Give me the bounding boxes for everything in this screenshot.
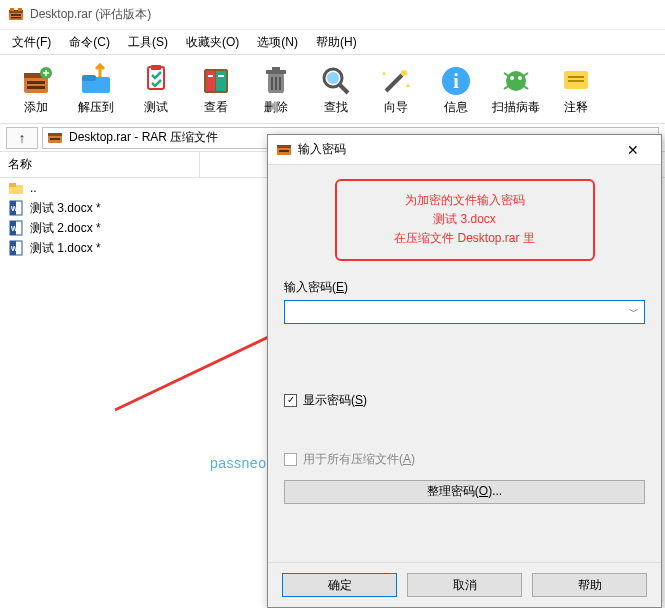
checkbox-icon: ✓ [284, 394, 297, 407]
menu-tools[interactable]: 工具(S) [120, 32, 176, 53]
svg-rect-47 [9, 183, 16, 187]
docx-icon: W [8, 220, 24, 236]
dialog-footer: 确定 取消 帮助 [268, 562, 661, 607]
svg-rect-59 [277, 145, 291, 148]
svg-point-35 [518, 76, 522, 80]
delete-icon [258, 63, 294, 99]
file-name: .. [30, 181, 37, 195]
svg-line-28 [340, 85, 348, 93]
comment-icon [558, 63, 594, 99]
close-button[interactable]: ✕ [613, 136, 653, 164]
password-input[interactable] [289, 304, 622, 320]
svg-rect-9 [27, 86, 45, 89]
test-icon [138, 63, 174, 99]
menu-file[interactable]: 文件(F) [4, 32, 59, 53]
scan-icon [498, 63, 534, 99]
up-arrow-icon: ↑ [19, 130, 26, 146]
svg-text:W: W [11, 245, 18, 252]
password-label: 输入密码(E) [284, 279, 645, 296]
menubar: 文件(F) 命令(C) 工具(S) 收藏夹(O) 选项(N) 帮助(H) [0, 30, 665, 54]
toolbar: 添加 解压到 测试 查看 删除 查找 向导 [0, 54, 665, 124]
password-dialog: 输入密码 ✕ 为加密的文件输入密码 测试 3.docx 在压缩文件 Deskto… [267, 134, 662, 608]
svg-rect-14 [151, 65, 161, 70]
svg-text:W: W [11, 205, 18, 212]
ok-button[interactable]: 确定 [282, 573, 397, 597]
extract-button[interactable]: 解压到 [66, 61, 126, 118]
path-text: Desktop.rar - RAR 压缩文件 [69, 129, 218, 146]
archive-icon [47, 130, 63, 146]
svg-rect-24 [275, 77, 277, 90]
docx-icon: W [8, 240, 24, 256]
checkbox-label: 用于所有压缩文件(A) [303, 451, 415, 468]
dialog-body: 为加密的文件输入密码 测试 3.docx 在压缩文件 Desktop.rar 里… [268, 165, 661, 562]
svg-line-29 [386, 75, 402, 91]
cancel-button[interactable]: 取消 [407, 573, 522, 597]
checkbox-icon [284, 453, 297, 466]
svg-rect-12 [82, 75, 96, 81]
svg-point-33 [506, 71, 526, 91]
svg-rect-60 [279, 150, 289, 152]
svg-rect-3 [11, 17, 21, 19]
menu-help[interactable]: 帮助(H) [308, 32, 365, 53]
svg-text:W: W [11, 225, 18, 232]
winrar-icon [8, 7, 24, 23]
svg-rect-8 [27, 81, 45, 84]
button-label: 整理密码(O)... [427, 483, 502, 500]
menu-options[interactable]: 选项(N) [249, 32, 306, 53]
menu-favorites[interactable]: 收藏夹(O) [178, 32, 247, 53]
chevron-down-icon[interactable]: ﹀ [624, 301, 644, 323]
up-button[interactable]: ↑ [6, 127, 38, 149]
add-icon [18, 63, 54, 99]
window-title: Desktop.rar (评估版本) [30, 6, 151, 23]
titlebar: Desktop.rar (评估版本) [0, 0, 665, 30]
prompt-line: 为加密的文件输入密码 [345, 191, 585, 210]
dialog-title: 输入密码 [298, 141, 613, 158]
svg-rect-2 [11, 14, 21, 16]
find-icon [318, 63, 354, 99]
menu-commands[interactable]: 命令(C) [61, 32, 118, 53]
dialog-titlebar[interactable]: 输入密码 ✕ [268, 135, 661, 165]
winrar-icon [276, 142, 292, 158]
checkbox-label: 显示密码(S) [303, 392, 367, 409]
file-name: 测试 1.docx * [30, 240, 101, 257]
svg-rect-44 [48, 133, 62, 136]
wizard-button[interactable]: 向导 [366, 61, 426, 118]
file-name: 测试 3.docx * [30, 200, 101, 217]
col-name[interactable]: 名称 [0, 152, 200, 177]
svg-rect-5 [18, 8, 22, 11]
svg-point-27 [327, 72, 339, 84]
delete-button[interactable]: 删除 [246, 61, 306, 118]
svg-rect-17 [216, 71, 226, 91]
info-button[interactable]: i 信息 [426, 61, 486, 118]
help-button[interactable]: 帮助 [532, 573, 647, 597]
svg-point-30 [401, 70, 407, 76]
docx-icon: W [8, 200, 24, 216]
find-button[interactable]: 查找 [306, 61, 366, 118]
folder-icon [8, 180, 24, 196]
add-button[interactable]: 添加 [6, 61, 66, 118]
svg-rect-19 [218, 75, 224, 77]
svg-rect-22 [272, 67, 280, 71]
svg-rect-45 [50, 138, 60, 140]
svg-rect-25 [279, 77, 281, 90]
prompt-box: 为加密的文件输入密码 测试 3.docx 在压缩文件 Desktop.rar 里 [335, 179, 595, 261]
test-button[interactable]: 测试 [126, 61, 186, 118]
prompt-line: 在压缩文件 Desktop.rar 里 [345, 229, 585, 248]
view-button[interactable]: 查看 [186, 61, 246, 118]
apply-all-checkbox[interactable]: 用于所有压缩文件(A) [284, 451, 645, 468]
svg-rect-16 [206, 71, 215, 91]
file-name: 测试 2.docx * [30, 220, 101, 237]
svg-rect-4 [10, 8, 14, 11]
close-icon: ✕ [627, 142, 639, 158]
prompt-line: 测试 3.docx [345, 210, 585, 229]
organize-passwords-button[interactable]: 整理密码(O)... [284, 480, 645, 504]
password-combo[interactable]: ﹀ [284, 300, 645, 324]
show-password-checkbox[interactable]: ✓ 显示密码(S) [284, 392, 645, 409]
extract-icon [78, 63, 114, 99]
svg-rect-23 [271, 77, 273, 90]
comment-button[interactable]: 注释 [546, 61, 606, 118]
svg-point-34 [510, 76, 514, 80]
scan-button[interactable]: 扫描病毒 [486, 61, 546, 118]
svg-rect-18 [208, 75, 213, 77]
svg-text:i: i [453, 70, 459, 92]
